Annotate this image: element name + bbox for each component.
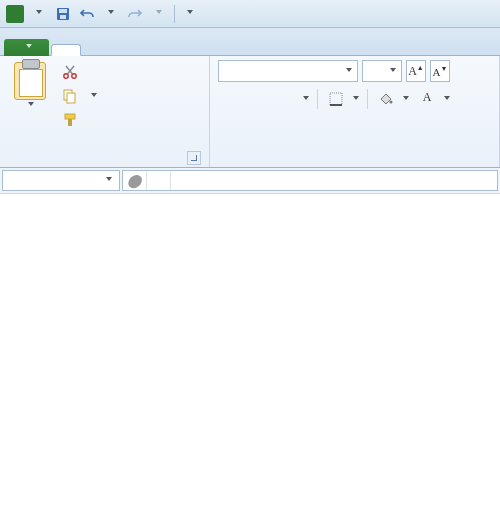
fill-color-button[interactable]: [374, 88, 398, 110]
group-clipboard-label: [8, 156, 187, 160]
shrink-font-icon: A▼: [433, 65, 448, 78]
redo-icon: [127, 6, 143, 22]
tab-page-layout[interactable]: [113, 45, 141, 55]
font-color-swatch: [421, 106, 433, 109]
redo-dropdown[interactable]: [148, 3, 170, 25]
tab-file[interactable]: [4, 39, 49, 56]
qat-dropdown[interactable]: [28, 3, 50, 25]
brush-icon: [62, 112, 78, 128]
qat-customize[interactable]: [179, 3, 201, 25]
group-font-label: [218, 161, 491, 165]
svg-point-4: [72, 74, 76, 78]
tab-insert[interactable]: [83, 45, 111, 55]
ribbon: A▲ A▼ A: [0, 56, 500, 168]
tab-home[interactable]: [51, 44, 81, 56]
underline-dropdown[interactable]: [302, 96, 311, 103]
grow-font-icon: A▲: [408, 64, 424, 79]
borders-button[interactable]: [324, 88, 348, 110]
font-family-combo[interactable]: [218, 60, 358, 82]
ribbon-tabs: [0, 28, 500, 56]
undo-dropdown[interactable]: [100, 3, 122, 25]
format-painter-button[interactable]: [58, 110, 102, 130]
quick-access-toolbar: [0, 0, 500, 28]
italic-button[interactable]: [246, 88, 270, 110]
svg-rect-1: [59, 9, 67, 13]
cut-button[interactable]: [58, 62, 102, 82]
svg-point-3: [64, 74, 68, 78]
scissors-icon: [62, 64, 78, 80]
font-color-button[interactable]: A: [415, 88, 439, 110]
group-font: A▲ A▼ A: [210, 56, 500, 167]
fill-color-dropdown[interactable]: [402, 96, 411, 103]
excel-logo: [4, 3, 26, 25]
underline-button[interactable]: [274, 88, 298, 110]
svg-rect-6: [67, 93, 75, 103]
font-size-combo[interactable]: [362, 60, 402, 82]
formula-bar-row: ⬤: [0, 168, 500, 194]
cancel-entry-button[interactable]: ⬤: [123, 171, 147, 190]
paste-button[interactable]: [8, 60, 52, 151]
borders-icon: [328, 91, 344, 107]
clipboard-launcher[interactable]: [187, 151, 201, 165]
svg-rect-7: [65, 114, 75, 119]
redo-button[interactable]: [124, 3, 146, 25]
group-clipboard: [0, 56, 210, 167]
save-icon: [55, 6, 71, 22]
borders-dropdown[interactable]: [352, 96, 361, 103]
undo-icon: [79, 6, 95, 22]
shrink-font-button[interactable]: A▼: [430, 60, 450, 82]
tab-formulas[interactable]: [143, 45, 171, 55]
svg-rect-9: [330, 93, 342, 105]
qat-divider: [174, 5, 175, 23]
copy-icon: [62, 88, 78, 104]
circle-icon: ⬤: [127, 173, 142, 188]
paste-icon: [14, 62, 46, 100]
save-button[interactable]: [52, 3, 74, 25]
bold-button[interactable]: [218, 88, 242, 110]
font-color-dropdown[interactable]: [443, 96, 452, 103]
insert-function-button[interactable]: [147, 171, 171, 190]
copy-button[interactable]: [58, 86, 102, 106]
grow-font-button[interactable]: A▲: [406, 60, 426, 82]
svg-point-11: [390, 101, 393, 104]
svg-rect-8: [68, 119, 72, 126]
undo-button[interactable]: [76, 3, 98, 25]
bucket-icon: [378, 91, 394, 107]
svg-rect-2: [60, 15, 66, 19]
name-box[interactable]: [2, 170, 120, 191]
